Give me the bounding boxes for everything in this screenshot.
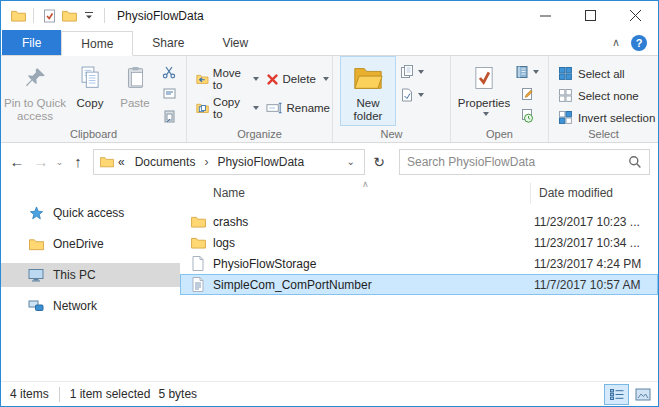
file-row-crashs[interactable]: crashs 11/23/2017 10:23 ... — [180, 211, 658, 232]
select-none-label: Select none — [578, 90, 639, 102]
forward-button[interactable]: → — [29, 150, 53, 174]
details-view-button[interactable] — [604, 384, 629, 405]
minimize-button[interactable] — [523, 1, 568, 30]
explorer-window: PhysioFlowData File Home Share View ∧ ? — [0, 0, 659, 407]
select-none-button[interactable]: Select none — [559, 87, 658, 104]
clipboard-group-label: Clipboard — [1, 128, 186, 140]
main-area: Quick access OneDrive This PC Network — [1, 180, 658, 381]
properties-icon — [471, 62, 497, 94]
search-box[interactable] — [399, 149, 650, 175]
app-folder-icon[interactable] — [8, 5, 28, 27]
easy-access-button[interactable] — [400, 85, 424, 105]
tab-view[interactable]: View — [203, 30, 267, 55]
edit-button[interactable] — [515, 84, 539, 103]
open-small-buttons — [515, 56, 539, 126]
address-box[interactable]: « Documents › PhysioFlowData ⌄ — [93, 149, 365, 175]
sidebar-item-onedrive[interactable]: OneDrive — [1, 232, 180, 256]
refresh-icon: ↻ — [373, 154, 385, 170]
delete-button[interactable]: Delete — [264, 69, 332, 89]
refresh-button[interactable]: ↻ — [367, 150, 391, 174]
column-headers: Name ∧ Date modified — [180, 181, 658, 204]
file-row-simplecom-comportnumber[interactable]: SimpleCom_ComPortNumber 11/7/2017 10:57 … — [180, 274, 658, 295]
pin-to-quick-access-button[interactable]: Pin to Quick access — [3, 56, 67, 126]
breadcrumb-overflow[interactable]: « — [114, 155, 129, 169]
paste-shortcut-button[interactable] — [157, 107, 181, 126]
column-header-date-modified[interactable]: Date modified — [530, 183, 658, 204]
new-item-icon — [400, 65, 414, 79]
select-group-label: Select — [549, 128, 658, 140]
invert-selection-button[interactable]: Invert selection — [559, 109, 658, 126]
ribbon-group-clipboard: Pin to Quick access Copy Paste — [1, 56, 187, 142]
qat-new-folder-button[interactable] — [59, 5, 79, 27]
file-rows: crashs 11/23/2017 10:23 ... logs 11/23/2… — [180, 211, 658, 295]
select-none-icon — [559, 89, 572, 102]
large-icons-view-icon — [635, 388, 651, 401]
file-name: PhysioFlowStorage — [213, 257, 316, 271]
history-button[interactable] — [515, 107, 539, 126]
rename-label: Rename — [287, 102, 330, 114]
delete-label: Delete — [283, 73, 316, 85]
qat-customize-button[interactable] — [79, 5, 99, 27]
invert-selection-label: Invert selection — [578, 112, 655, 124]
up-button[interactable]: ↑ — [66, 150, 90, 174]
move-to-icon — [196, 72, 209, 86]
folder-icon — [62, 10, 77, 22]
file-list-pane: Name ∧ Date modified crashs 11/23/2017 1… — [180, 180, 658, 381]
invert-selection-icon — [559, 111, 572, 124]
copy-to-icon — [196, 101, 209, 115]
new-item-button[interactable] — [400, 62, 424, 82]
dropdown-arrow-icon — [418, 93, 424, 97]
breadcrumb-documents[interactable]: Documents — [129, 155, 202, 169]
sidebar-item-network[interactable]: Network — [1, 294, 180, 318]
address-bar: ← → ⌄ ↑ « Documents › PhysioFlowData ⌄ ↻ — [1, 143, 658, 180]
close-icon — [630, 10, 641, 21]
new-folder-button[interactable]: New folder — [340, 56, 396, 126]
search-input[interactable] — [407, 155, 628, 169]
file-icon — [190, 256, 206, 271]
paste-button[interactable]: Paste — [113, 56, 157, 126]
copy-to-button[interactable]: Copy to — [194, 98, 261, 118]
cut-button[interactable] — [157, 62, 181, 81]
help-icon[interactable]: ? — [631, 35, 647, 51]
sidebar-item-label: This PC — [53, 268, 96, 282]
address-dropdown-button[interactable]: ⌄ — [340, 156, 362, 167]
close-button[interactable] — [613, 1, 658, 30]
properties-button[interactable]: Properties — [453, 56, 515, 126]
copy-path-icon — [163, 87, 176, 100]
ribbon-group-organize: Move to Copy to Delete Rename — [187, 56, 333, 142]
open-file-button[interactable] — [515, 62, 539, 81]
selection-count: 1 item selected — [70, 387, 151, 401]
copy-to-label: Copy to — [213, 96, 245, 120]
qat-properties-button[interactable] — [39, 5, 59, 27]
easy-access-icon — [400, 88, 414, 102]
breadcrumb-physioflowdata[interactable]: PhysioFlowData — [211, 155, 310, 169]
file-name: SimpleCom_ComPortNumber — [213, 278, 372, 292]
tab-file[interactable]: File — [2, 30, 61, 55]
tab-home[interactable]: Home — [61, 31, 133, 56]
column-header-name[interactable]: Name — [180, 186, 245, 200]
status-separator — [59, 387, 60, 402]
maximize-button[interactable] — [568, 1, 613, 30]
file-row-physioflowstorage[interactable]: PhysioFlowStorage 11/23/2017 4:24 PM — [180, 253, 658, 274]
sidebar-item-quick-access[interactable]: Quick access — [1, 201, 180, 225]
tab-share[interactable]: Share — [133, 30, 203, 55]
recent-locations-button[interactable]: ⌄ — [53, 157, 66, 167]
dropdown-arrow-icon — [483, 112, 489, 116]
pin-icon — [22, 62, 48, 94]
properties-check-icon — [43, 9, 56, 23]
breadcrumb-chevron-icon[interactable]: › — [201, 155, 211, 169]
ribbon-group-new: New folder New — [333, 56, 451, 142]
copy-path-button[interactable] — [157, 84, 181, 103]
selection-size: 5 bytes — [158, 387, 197, 401]
large-icons-view-button[interactable] — [630, 384, 655, 405]
sidebar-item-this-pc[interactable]: This PC — [1, 263, 180, 287]
delete-x-icon — [266, 73, 279, 86]
back-button[interactable]: ← — [5, 150, 29, 174]
this-pc-monitor-icon — [28, 268, 44, 282]
file-row-logs[interactable]: logs 11/23/2017 10:34 ... — [180, 232, 658, 253]
move-to-button[interactable]: Move to — [194, 69, 261, 89]
copy-button[interactable]: Copy — [67, 56, 113, 126]
minimize-ribbon-icon[interactable]: ∧ — [612, 36, 620, 49]
rename-button[interactable]: Rename — [264, 98, 332, 118]
select-all-button[interactable]: Select all — [559, 65, 658, 82]
